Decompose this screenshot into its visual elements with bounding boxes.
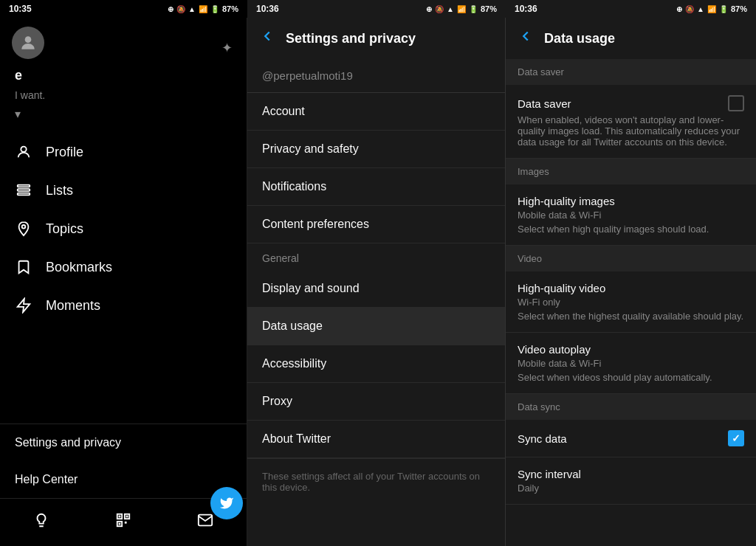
settings-item-account[interactable]: Account — [247, 93, 505, 131]
time-left: 10:35 — [9, 4, 32, 14]
svg-rect-10 — [119, 516, 121, 518]
sync-interval-item[interactable]: Sync interval Daily — [506, 457, 756, 505]
chevron-down[interactable]: ▾ — [0, 104, 247, 127]
svg-point-0 — [25, 36, 32, 43]
svg-point-5 — [22, 225, 26, 229]
video-autoplay-item[interactable]: Video autoplay Mobile data & Wi-Fi Selec… — [506, 333, 756, 394]
data-usage-title: Data usage — [544, 31, 615, 46]
data-usage-panel: Data usage Data saver Data saver When en… — [506, 18, 756, 546]
nav-list: Profile Lists Topics — [0, 127, 247, 424]
video-header: Video — [506, 246, 756, 272]
svg-marker-6 — [18, 299, 30, 312]
moments-icon — [15, 297, 32, 314]
svg-rect-2 — [18, 185, 30, 187]
svg-point-1 — [21, 147, 26, 152]
moments-label: Moments — [46, 298, 100, 314]
bookmarks-icon — [15, 258, 32, 276]
profile-section — [0, 18, 247, 68]
svg-rect-11 — [126, 516, 128, 518]
settings-item-content[interactable]: Content preferences — [247, 206, 505, 243]
sync-data-checkbox[interactable] — [728, 430, 744, 446]
account-handle: @perpetualmoti19 — [247, 59, 505, 93]
settings-item-data[interactable]: Data usage — [247, 308, 505, 345]
settings-link[interactable]: Settings and privacy — [0, 424, 247, 461]
time-mid: 10:36 — [256, 4, 279, 14]
data-sync-header: Data sync — [506, 394, 756, 420]
status-icons-left: ⊕🔕▲📶🔋87% — [168, 4, 238, 13]
sidebar-item-lists[interactable]: Lists — [0, 171, 247, 210]
lists-label: Lists — [46, 183, 73, 198]
topics-label: Topics — [46, 221, 83, 237]
data-saver-item[interactable]: Data saver When enabled, videos won't au… — [506, 85, 756, 159]
qr-icon[interactable] — [109, 506, 137, 539]
settings-item-privacy[interactable]: Privacy and safety — [247, 131, 505, 168]
images-header: Images — [506, 159, 756, 184]
svg-rect-3 — [18, 189, 30, 191]
settings-footer: These settings affect all of your Twitte… — [247, 458, 505, 505]
settings-item-notifications[interactable]: Notifications — [247, 168, 505, 206]
data-saver-checkbox[interactable] — [728, 95, 744, 111]
settings-list: Account Privacy and safety Notifications… — [247, 93, 505, 546]
settings-item-accessibility[interactable]: Accessibility — [247, 345, 505, 383]
sidebar-item-profile[interactable]: Profile — [0, 133, 247, 171]
general-section-divider: General — [247, 243, 505, 270]
bookmarks-label: Bookmarks — [46, 260, 112, 275]
data-usage-header: Data usage — [506, 18, 756, 59]
settings-back-button[interactable] — [259, 28, 275, 49]
left-sidebar: ✦ e I want. ▾ Profile L — [0, 18, 247, 546]
help-link[interactable]: Help Center — [0, 461, 247, 498]
tweet-fab[interactable] — [210, 487, 243, 519]
profile-label: Profile — [46, 145, 83, 160]
bottom-bar — [0, 498, 247, 546]
high-quality-video-item[interactable]: High-quality video Wi-Fi only Select whe… — [506, 272, 756, 333]
settings-panel: Settings and privacy @perpetualmoti19 Ac… — [247, 18, 506, 546]
time-right: 10:36 — [515, 4, 537, 14]
sync-data-item[interactable]: Sync data — [506, 420, 756, 457]
partial-text: I want. — [0, 89, 247, 104]
status-bar-mid: 10:36 ⊕🔕▲📶🔋87% — [247, 0, 506, 18]
sidebar-item-moments[interactable]: Moments — [0, 286, 247, 325]
status-icons-right: ⊕🔕▲📶🔋87% — [676, 4, 747, 13]
sparkle-icon[interactable]: ✦ — [221, 40, 233, 56]
settings-item-proxy[interactable]: Proxy — [247, 383, 505, 421]
settings-item-display[interactable]: Display and sound — [247, 270, 505, 308]
settings-header: Settings and privacy — [247, 18, 505, 59]
status-bar-left: 10:35 ⊕🔕▲📶🔋87% — [0, 0, 247, 18]
status-icons-mid: ⊕🔕▲📶🔋87% — [426, 4, 497, 13]
high-quality-images-item[interactable]: High-quality images Mobile data & Wi-Fi … — [506, 184, 756, 246]
bulb-icon[interactable] — [27, 506, 55, 539]
settings-title: Settings and privacy — [286, 31, 416, 46]
sidebar-item-bookmarks[interactable]: Bookmarks — [0, 248, 247, 286]
data-saver-header: Data saver — [506, 59, 756, 85]
status-bar-right: 10:36 ⊕🔕▲📶🔋87% — [506, 0, 756, 18]
svg-rect-12 — [119, 523, 121, 525]
svg-rect-4 — [18, 193, 30, 196]
svg-rect-17 — [125, 522, 127, 524]
avatar[interactable] — [12, 27, 44, 59]
partial-name: e — [0, 68, 247, 89]
header-actions: ✦ — [221, 40, 233, 56]
data-back-button[interactable] — [518, 28, 534, 49]
topics-icon — [15, 220, 32, 238]
profile-icon — [15, 143, 32, 161]
lists-icon — [15, 182, 32, 199]
sidebar-item-topics[interactable]: Topics — [0, 210, 247, 248]
settings-item-about[interactable]: About Twitter — [247, 421, 505, 458]
